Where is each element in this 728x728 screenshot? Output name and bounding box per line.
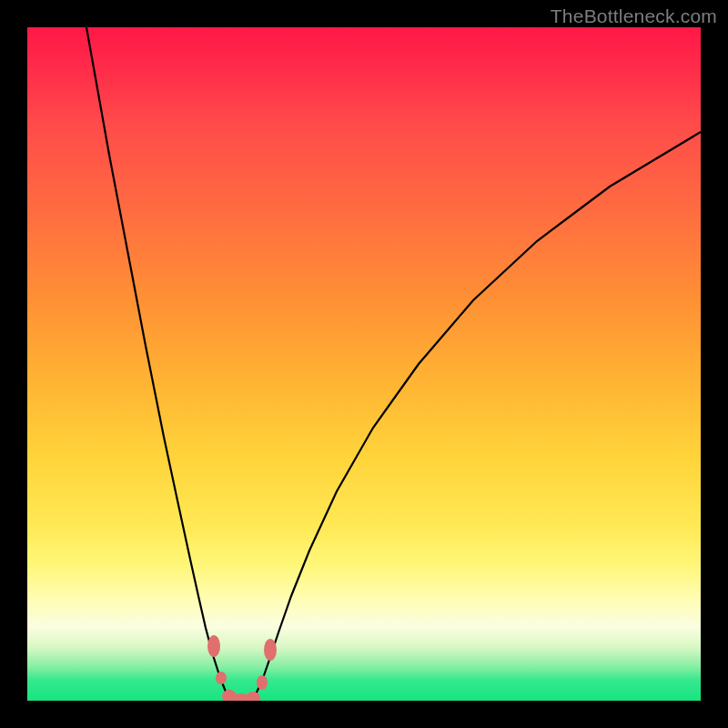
data-marker: [216, 672, 227, 684]
data-marker: [207, 635, 220, 657]
curve-right-branch: [255, 132, 701, 696]
plot-area: [27, 27, 701, 701]
outer-frame: TheBottleneck.com: [0, 0, 728, 728]
bottleneck-curve: [27, 27, 701, 701]
curve-left-branch: [86, 27, 228, 696]
data-marker: [264, 639, 277, 661]
data-marker: [246, 692, 260, 701]
data-marker: [257, 675, 268, 690]
watermark-text: TheBottleneck.com: [551, 5, 717, 27]
